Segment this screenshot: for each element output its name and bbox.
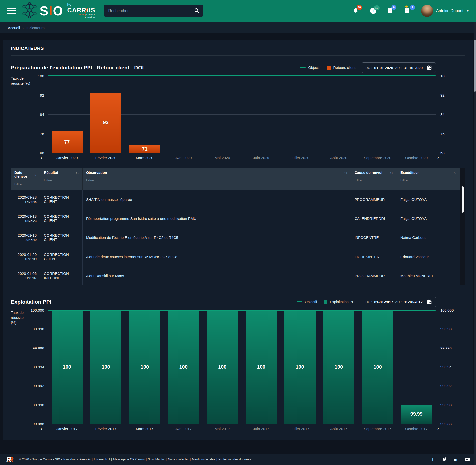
chart1-date-range-picker[interactable]: DU : 01-01-2020 AU : 31-10-2020 [362, 62, 436, 73]
indicators-card: INDICATEURS Préparation de l'exploitatio… [3, 40, 473, 440]
footer-copyright: © 2020 - Groupe Carrus - SIO - Tous droi… [19, 458, 91, 461]
sent-time: 11:20:37 [25, 276, 37, 280]
table-scrollbar-track [460, 168, 465, 285]
bar-octobre-2017[interactable]: 99,99 [401, 405, 432, 424]
breadcrumb-home[interactable]: Accueil [8, 26, 20, 30]
chart2-y-axis-label: Taux deréussite(%) [11, 310, 32, 424]
facebook-button[interactable]: f [430, 457, 435, 462]
footer-link[interactable]: Protection des données [218, 458, 251, 461]
filter-input-resultat[interactable] [44, 178, 62, 183]
bar-value-label: 99,99 [410, 411, 423, 417]
y-tick-label: 92 [40, 93, 44, 97]
y-tick-label: 76 [40, 131, 44, 136]
bar-janvier-2017[interactable]: 100 [52, 310, 83, 424]
chart1-y-ticks-left: 10092847668 [32, 76, 48, 153]
column-header-expediteur[interactable]: Expéditeur↑↓ [397, 168, 460, 190]
y-tick-label: 99.992 [33, 384, 44, 388]
table-row[interactable]: 2020-03-2817:24:45CORRECTION CLIENTSHA T… [11, 190, 460, 209]
sent-time: 09:45:49 [25, 238, 37, 242]
x-category-label: Août 2020 [330, 156, 347, 160]
sort-icon[interactable]: ↑↓ [344, 171, 347, 174]
chart-next-button[interactable]: › [437, 155, 439, 160]
bar-value-label: 100 [335, 364, 343, 370]
page-scrollbar-thumb[interactable] [474, 40, 476, 92]
cell-cause-renvoi: PROGRAMMEUR [351, 190, 397, 209]
footer-link[interactable]: Messagerie GP Carrus [113, 458, 145, 461]
column-header-date-envoi[interactable]: Date d'envoi↑↓ [11, 168, 40, 190]
twitter-button[interactable] [442, 457, 447, 462]
sort-icon[interactable]: ↑↓ [453, 171, 457, 174]
bar-mars-2020[interactable]: 71 [129, 145, 160, 153]
bar-février-2017[interactable]: 100 [90, 310, 121, 424]
y-tick-label: 99.990 [33, 403, 44, 407]
footer-link[interactable]: Suivi Mantis [148, 458, 164, 461]
linkedin-button[interactable]: in [453, 457, 458, 462]
sort-icon[interactable]: ↑↓ [76, 171, 79, 174]
bar-septembre-2017[interactable]: 100 [362, 310, 393, 424]
table-row[interactable]: 2020-01-0611:20:37CORRECTION INTERNEAjou… [11, 266, 460, 285]
search-input[interactable] [104, 9, 191, 13]
table-row[interactable]: 2020-03-1318:35:23CORRECTION CLIENTRéimp… [11, 209, 460, 228]
chart1-title: Préparation de l'exploitation PPI - Reto… [11, 65, 144, 71]
bar-value-label: 100 [296, 364, 304, 370]
x-category-label: Février 2017 [95, 427, 116, 431]
y-axis-label-line: réussite [11, 315, 32, 320]
bar-value-label: 100 [218, 364, 226, 370]
footer-link[interactable]: Mentions légales [192, 458, 215, 461]
bar-mars-2017[interactable]: 100 [129, 310, 160, 424]
bar-janvier-2020[interactable]: 77 [52, 131, 83, 153]
table-row[interactable]: 2020-02-1609:45:49CORRECTION CLIENTModif… [11, 228, 460, 247]
bar-value-label: 71 [142, 146, 147, 152]
table-row[interactable]: 2020-01-2016:25:39CORRECTION CLIENTAjout… [11, 247, 460, 266]
tasks-button[interactable]: 8 [387, 7, 393, 15]
chart-prev-button[interactable]: ‹ [41, 426, 42, 431]
column-header-observation[interactable]: Observation↑↓ [82, 168, 351, 190]
youtube-button[interactable] [465, 457, 470, 462]
chart-prev-button[interactable]: ‹ [41, 155, 42, 160]
table-scrollbar-thumb[interactable] [462, 186, 464, 213]
app-header: SIO by CARRUS Betting Solutions& Service… [0, 0, 476, 22]
cell-observation: Modification de l'écurie E en écurie A s… [82, 228, 351, 247]
footer-separator: | [165, 458, 168, 461]
chevron-down-icon: ▼ [466, 9, 469, 12]
bar-avril-2017[interactable]: 100 [168, 310, 199, 424]
notifications-button[interactable]: 58 [353, 7, 359, 15]
column-header-cause-renvoi[interactable]: Cause de renvoi↑↓ [351, 168, 397, 190]
hamburger-menu-button[interactable] [7, 8, 16, 14]
calendar-icon[interactable] [427, 299, 432, 305]
chart-next-button[interactable]: › [437, 426, 439, 431]
chart2-date-range-picker[interactable]: DU : 01-01-2017 AU : 31-10-2017 [362, 297, 436, 307]
search-icon [194, 8, 200, 14]
filter-input-observation[interactable] [86, 178, 155, 183]
header-actions: 58 i 12 8 ★ [353, 5, 469, 17]
calendar-icon[interactable] [427, 65, 432, 70]
bell-icon [353, 11, 359, 15]
footer-link[interactable]: Intranet RH [94, 458, 110, 461]
starred-tasks-button[interactable]: ★ 2 [404, 7, 410, 15]
column-header-resultat[interactable]: Résultat↑↓ [40, 168, 82, 190]
filter-input-date[interactable] [14, 182, 32, 187]
search-button[interactable] [191, 5, 203, 17]
x-category-label: Septembre 2017 [364, 427, 391, 431]
filter-input-expediteur[interactable] [400, 178, 418, 183]
sort-icon[interactable]: ↑↓ [33, 173, 37, 176]
y-tick-label: 99.988 [440, 422, 452, 426]
x-category-label: Juin 2017 [253, 427, 269, 431]
bar-mai-2017[interactable]: 100 [207, 310, 238, 424]
app-logo[interactable]: SIO by CARRUS Betting Solutions& Service… [22, 2, 95, 19]
info-button[interactable]: i 12 [370, 8, 376, 14]
user-menu[interactable]: Antoine Dupont ▼ [421, 5, 469, 17]
sort-icon[interactable]: ↑↓ [390, 171, 393, 174]
footer-link[interactable]: Nous contacter [168, 458, 189, 461]
returns-table: Date d'envoi↑↓ Résultat↑↓ Observation↑↓ … [11, 168, 465, 285]
sent-time: 16:25:39 [25, 257, 37, 261]
x-category-label: Juillet 2020 [291, 156, 309, 160]
cell-date-envoi: 2020-01-0611:20:37 [11, 266, 40, 285]
bar-juillet-2017[interactable]: 100 [284, 310, 315, 424]
bar-juin-2017[interactable]: 100 [246, 310, 277, 424]
bar-février-2020[interactable]: 93 [90, 93, 121, 153]
filter-input-cause[interactable] [355, 178, 372, 183]
y-axis-label-line: Taux de [11, 310, 32, 315]
bar-août-2017[interactable]: 100 [323, 310, 354, 424]
y-tick-label: 99.992 [440, 384, 452, 388]
